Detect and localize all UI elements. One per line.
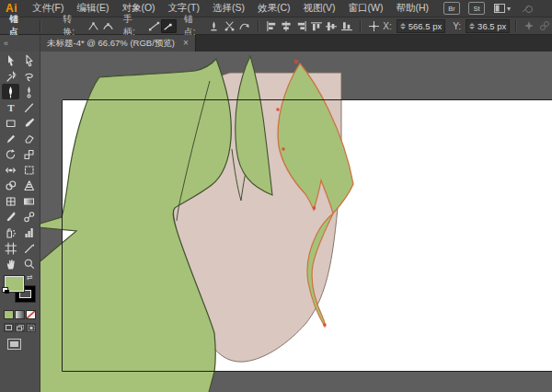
slice-tool[interactable] xyxy=(20,240,38,256)
eraser-tool[interactable] xyxy=(20,131,38,146)
pencil-icon xyxy=(5,133,17,145)
x-position-input[interactable]: 566.5 px xyxy=(397,19,445,33)
align-v-center-button[interactable] xyxy=(324,19,339,33)
magic-wand-icon xyxy=(5,70,17,83)
free-transform-tool[interactable] xyxy=(20,162,38,178)
x-label: X: xyxy=(383,21,391,31)
remove-anchor-button[interactable] xyxy=(207,19,222,33)
main-area: T ⇄ xyxy=(0,52,552,392)
menu-effect[interactable]: 效果(C) xyxy=(251,2,297,15)
close-icon[interactable]: × xyxy=(183,39,189,48)
none-slash-icon xyxy=(26,310,36,319)
menu-select[interactable]: 选择(S) xyxy=(206,2,251,15)
cut-path-button[interactable] xyxy=(222,19,236,33)
free-transform-icon xyxy=(23,164,35,177)
none-button[interactable] xyxy=(26,310,36,319)
share-icon[interactable] xyxy=(522,4,534,14)
anchor-point[interactable] xyxy=(313,207,316,210)
blend-icon xyxy=(23,211,35,224)
stepper-arrows[interactable] xyxy=(469,23,475,29)
convert-to-corner-button[interactable] xyxy=(86,19,100,33)
y-position-input[interactable]: 36.5 px xyxy=(466,19,510,33)
column-graph-tool[interactable] xyxy=(20,225,38,240)
rotate-tool[interactable] xyxy=(2,146,19,162)
pen-cursor-anchor-preview[interactable] xyxy=(294,60,298,63)
anchor-point[interactable] xyxy=(324,324,327,327)
width-tool[interactable] xyxy=(2,162,19,178)
mesh-icon xyxy=(5,195,17,208)
hide-handles-button[interactable] xyxy=(161,19,176,33)
convert-to-smooth-button[interactable] xyxy=(101,19,116,33)
scale-tool[interactable] xyxy=(20,146,38,162)
draw-inside-button[interactable] xyxy=(26,323,36,332)
menu-view[interactable]: 视图(V) xyxy=(297,2,342,15)
document-tab[interactable]: 未标题-4* @ 66.67% (RGB/预览) × xyxy=(40,35,196,52)
lasso-tool[interactable] xyxy=(20,68,38,84)
selection-tool[interactable] xyxy=(2,52,19,68)
perspective-grid-icon xyxy=(23,179,35,192)
color-button[interactable] xyxy=(4,310,14,319)
align-right-button[interactable] xyxy=(293,19,308,33)
svg-text:T: T xyxy=(7,102,15,113)
artboard-icon xyxy=(5,242,17,255)
gradient-tool[interactable] xyxy=(20,193,38,209)
fill-stroke-widget: ⇄ xyxy=(3,275,38,306)
bridge-button[interactable]: Br xyxy=(443,2,460,15)
document-tab-title: 未标题-4* @ 66.67% (RGB/预览) xyxy=(47,38,175,50)
zoom-tool[interactable] xyxy=(20,256,38,271)
reference-point-icon[interactable] xyxy=(366,19,381,33)
align-bottom-button[interactable] xyxy=(339,19,354,33)
divider xyxy=(515,20,516,32)
pen-tool[interactable] xyxy=(2,84,19,99)
draw-behind-button[interactable] xyxy=(15,323,25,332)
menu-window[interactable]: 窗口(W) xyxy=(342,2,390,15)
toolbar-collapse[interactable]: « xyxy=(0,35,40,52)
symbol-sprayer-icon xyxy=(5,226,17,239)
artboard-tool[interactable] xyxy=(2,240,19,256)
eyedropper-tool[interactable] xyxy=(2,209,19,225)
align-h-center-button[interactable] xyxy=(279,19,293,33)
artwork xyxy=(40,52,552,392)
canvas-area[interactable] xyxy=(40,52,552,392)
shape-builder-tool[interactable] xyxy=(2,178,19,193)
show-handles-button[interactable] xyxy=(146,19,161,33)
y-position-value[interactable]: 36.5 px xyxy=(477,21,506,31)
eraser-icon xyxy=(23,133,35,145)
blend-tool[interactable] xyxy=(20,209,38,225)
swap-fill-stroke-icon[interactable]: ⇄ xyxy=(27,273,33,282)
anchor-point[interactable] xyxy=(277,109,280,111)
scale-icon xyxy=(23,148,35,161)
screen-mode-button[interactable] xyxy=(7,337,21,353)
type-tool[interactable]: T xyxy=(2,99,19,115)
paintbrush-icon xyxy=(23,117,35,130)
direct-selection-icon xyxy=(23,54,35,67)
isolate-icon[interactable] xyxy=(522,19,536,33)
pencil-tool[interactable] xyxy=(2,131,19,146)
anchor-point[interactable] xyxy=(282,148,285,151)
align-left-button[interactable] xyxy=(264,19,279,33)
magic-wand-tool[interactable] xyxy=(2,68,19,84)
mesh-tool[interactable] xyxy=(2,193,19,209)
default-fill-stroke-icon[interactable] xyxy=(2,287,10,294)
direct-selection-tool[interactable] xyxy=(20,52,38,68)
link-icon[interactable] xyxy=(537,19,552,33)
curvature-tool[interactable] xyxy=(20,84,38,99)
rectangle-tool[interactable] xyxy=(2,115,19,131)
hand-tool[interactable] xyxy=(2,256,19,271)
perspective-grid-tool[interactable] xyxy=(20,178,38,193)
slice-icon xyxy=(23,242,35,255)
stepper-arrows[interactable] xyxy=(400,23,406,29)
workspace-switcher[interactable]: ▾ xyxy=(494,4,511,13)
collapse-chevrons: « xyxy=(4,39,8,48)
connect-path-button[interactable] xyxy=(236,19,251,33)
stock-button[interactable]: St xyxy=(468,2,485,15)
gradient-button[interactable] xyxy=(15,310,25,319)
paintbrush-tool[interactable] xyxy=(20,115,38,131)
hand-icon xyxy=(5,258,17,271)
menu-help[interactable]: 帮助(H) xyxy=(390,2,436,15)
symbol-sprayer-tool[interactable] xyxy=(2,225,19,240)
line-segment-tool[interactable] xyxy=(20,99,38,115)
align-top-button[interactable] xyxy=(309,19,324,33)
x-position-value[interactable]: 566.5 px xyxy=(408,21,442,31)
draw-normal-button[interactable] xyxy=(4,323,14,332)
